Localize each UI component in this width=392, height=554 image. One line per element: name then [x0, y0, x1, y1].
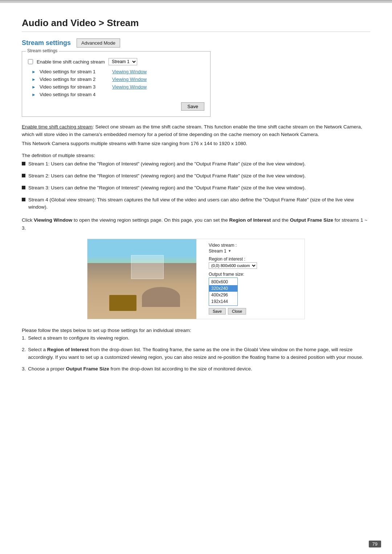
output-frame-size-bold: Output Frame Size [290, 217, 333, 223]
stream-row-2: ► Video settings for stream 2 Viewing Wi… [28, 77, 204, 82]
save-row: Save [28, 99, 204, 111]
stream-row-3: ► Video settings for stream 3 Viewing Wi… [28, 84, 204, 90]
preview-save-close: Save Close [209, 308, 299, 315]
viewing-window-link-2[interactable]: Viewing Window [112, 77, 147, 82]
description-section: Enable time shift caching stream: Select… [22, 123, 370, 148]
stream-bullet-2: Stream 2: Users can define the "Region o… [22, 172, 370, 180]
enable-row: Enable time shift caching stream Stream … [28, 58, 204, 65]
advanced-mode-button[interactable]: Advanced Mode [77, 38, 120, 48]
stream-bullet-text-1: Stream 1: Users can define the "Region o… [28, 160, 306, 168]
room-image [87, 239, 196, 319]
step-text-2: Select a Region of Interest from the dro… [28, 346, 370, 361]
preview-image [87, 239, 196, 319]
stream-select[interactable]: Stream 1 Stream 2 Stream 3 Stream 4 [109, 58, 137, 65]
stream-bullet-1: Stream 1: Users can define the "Region o… [22, 160, 370, 168]
step-text-3: Choose a proper Output Frame Size from t… [28, 365, 252, 373]
preview-panel: Video stream : Stream 1 ▼ Region of inte… [204, 239, 305, 319]
enable-caching-label: Enable time shift caching stream [37, 59, 105, 65]
viewing-window-link-3[interactable]: Viewing Window [112, 84, 147, 90]
stream-bullet-4: Stream 4 (Global view stream): This stre… [22, 196, 370, 212]
output-option-800[interactable]: 800x600 [209, 279, 237, 285]
stream-label-1: Video settings for stream 1 [40, 69, 109, 74]
stream-bullet-text-3: Stream 3: Users can define the "Region o… [28, 184, 306, 192]
viewing-window-link-1[interactable]: Viewing Window [112, 69, 147, 74]
steps-intro: Please follow the steps below to set up … [22, 327, 370, 335]
section-title: Stream settings [22, 39, 71, 47]
region-value: (0,0) 800x600 custom [209, 262, 299, 269]
stream-bullet-text-2: Stream 2: Users can define the "Region o… [28, 172, 306, 180]
enable-caching-link: Enable time shift caching stream [22, 124, 93, 130]
page-title: Audio and Video > Stream [22, 17, 370, 32]
multiple-streams-section: The definition of multiple streams: Stre… [22, 153, 370, 212]
stream-dropdown-icon: ▼ [228, 249, 232, 253]
preview-save-button[interactable]: Save [209, 308, 226, 315]
stream-arrow-4: ► [32, 92, 36, 97]
viewing-window-bold: Viewing Window [34, 217, 72, 223]
stream-bullet-text-4: Stream 4 (Global view stream): This stre… [28, 196, 370, 212]
click-text-1: Click [22, 217, 34, 223]
top-bar [0, 0, 392, 3]
multiple-streams-intro: The definition of multiple streams: [22, 153, 370, 158]
stream-label-4: Video settings for stream 4 [40, 92, 109, 97]
stream-row-1: ► Video settings for stream 1 Viewing Wi… [28, 69, 204, 74]
stream-label-2: Video settings for stream 2 [40, 77, 109, 82]
bullet-icon-3 [22, 186, 25, 189]
output-option-192[interactable]: 192x144 [209, 298, 237, 305]
region-select[interactable]: (0,0) 800x600 custom [209, 262, 257, 269]
output-option-320[interactable]: 320x240 [209, 285, 237, 292]
stream-arrow-3: ► [32, 85, 36, 90]
stream-arrow-2: ► [32, 77, 36, 82]
region-label: Region of interest : [209, 257, 299, 262]
step-3: 3. Choose a proper Output Frame Size fro… [22, 365, 370, 373]
click-section: Click Viewing Window to open the viewing… [22, 216, 370, 232]
click-text-3: and the [271, 217, 290, 223]
video-stream-value: Stream 1 ▼ [209, 249, 299, 254]
step-num-3: 3. [22, 365, 26, 373]
stream-settings-box: Stream settings Enable time shift cachin… [22, 51, 211, 117]
bullet-icon-1 [22, 162, 25, 165]
bullet-icon-2 [22, 174, 25, 177]
output-option-400[interactable]: 400x296 [209, 292, 237, 298]
stream-settings-legend: Stream settings [26, 48, 59, 53]
section-header: Stream settings Advanced Mode [22, 38, 370, 48]
output-label: Output frame size: [209, 272, 299, 277]
preview-container: Video stream : Stream 1 ▼ Region of inte… [87, 239, 305, 319]
stream-row-4: ► Video settings for stream 4 [28, 92, 204, 97]
stream-bullet-3: Stream 3: Users can define the "Region o… [22, 184, 370, 192]
enable-caching-checkbox[interactable] [28, 59, 33, 64]
step-2: 2. Select a Region of Interest from the … [22, 346, 370, 361]
step-num-1: 1. [22, 334, 26, 342]
stream-label-3: Video settings for stream 3 [40, 84, 109, 90]
page-number: 79 [369, 541, 381, 547]
region-of-interest-bold: Region of Interest [229, 217, 271, 223]
step-1: 1. Select a stream to configure its view… [22, 334, 370, 342]
step-num-2: 2. [22, 346, 26, 361]
preview-close-button[interactable]: Close [228, 308, 246, 315]
output-frame-options: 800x600 320x240 400x296 192x144 [209, 278, 238, 306]
step-text-1: Select a stream to configure its viewing… [28, 334, 129, 342]
frame-size-text: This Network Camera supports multiple st… [22, 140, 370, 148]
steps-section: Please follow the steps below to set up … [22, 327, 370, 373]
video-stream-label: Video stream : [209, 243, 299, 248]
bullet-icon-4 [22, 198, 25, 201]
click-text-2: to open the viewing region settings page… [72, 217, 229, 223]
stream-arrow-1: ► [32, 69, 36, 74]
save-button[interactable]: Save [181, 102, 204, 111]
